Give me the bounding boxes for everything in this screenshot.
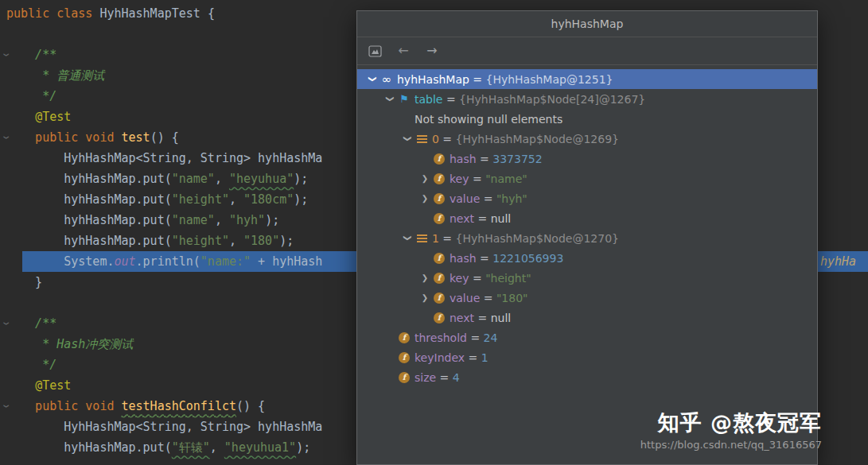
tree-row[interactable]: fhash = 1221056993: [357, 248, 817, 268]
code-token: HyhHashMapTest: [99, 6, 207, 21]
tree-row-text: next = null: [450, 312, 511, 324]
field-icon: f: [397, 332, 411, 343]
tree-row-text: hyhHashMap = {HyhHashMap@1251}: [397, 73, 613, 86]
code-token: public void: [6, 399, 122, 413]
field-icon: f: [432, 193, 446, 204]
tree-row-text: key = "name": [450, 172, 527, 185]
code-token: "height": [172, 234, 229, 248]
tree-row[interactable]: ❯fvalue = "180": [357, 288, 817, 308]
tree-row[interactable]: fhash = 3373752: [357, 149, 817, 169]
watermark: 知乎 @熬夜冠军: [658, 409, 822, 437]
array-icon: [415, 234, 429, 242]
code-token: "轩辕": [172, 440, 210, 455]
code-token: +: [251, 254, 272, 269]
tree-row-text: size = 4: [415, 371, 460, 384]
chevron-down-icon[interactable]: ❯: [368, 72, 377, 87]
code-token: () {: [150, 130, 179, 145]
chevron-right-icon[interactable]: ❯: [418, 174, 432, 183]
tree-row[interactable]: fkeyIndex = 1: [357, 347, 817, 367]
code-token: "name:": [200, 254, 251, 269]
chevron-down-icon[interactable]: ❯: [403, 132, 412, 146]
code-token: */: [6, 89, 56, 103]
tree-row[interactable]: ❯∞hyhHashMap = {HyhHashMap@1251}: [357, 69, 817, 89]
tree-row[interactable]: ❯fkey = "name": [357, 169, 817, 188]
code-token: ,: [215, 172, 229, 186]
array-icon: [415, 135, 429, 143]
code-token: testHashConfilct: [122, 399, 237, 413]
code-token: "180cm": [243, 192, 294, 207]
code-token: "name": [172, 172, 215, 186]
tree-row[interactable]: fthreshold = 24: [357, 327, 817, 347]
tree-row-text: 0 = {HyhHashMap$Node@1269}: [432, 133, 619, 145]
tree-row[interactable]: Not showing null elements: [357, 109, 817, 129]
popup-titlebar[interactable]: hyhHashMap: [357, 11, 817, 37]
code-token: * 普通测试: [6, 68, 104, 83]
code-token: @Test: [35, 378, 71, 393]
code-token: System.: [6, 254, 114, 269]
code-token: out: [114, 254, 135, 269]
code-token: class: [56, 6, 99, 21]
tree-row[interactable]: ❯0 = {HyhHashMap$Node@1269}: [357, 129, 817, 149]
watch-icon: ∞: [380, 72, 394, 87]
tree-row-text: Not showing null elements: [415, 113, 562, 126]
tree-row[interactable]: ❯fkey = "height": [357, 268, 817, 288]
tree-row-text: value = "hyh": [450, 192, 527, 205]
fold-chevron-icon[interactable]: ❯: [0, 401, 16, 411]
chevron-down-icon[interactable]: ❯: [403, 231, 412, 246]
tree-row[interactable]: fnext = null: [357, 308, 817, 327]
code-token: hyhHashMap.put(: [6, 234, 172, 248]
fold-chevron-icon[interactable]: ❯: [0, 50, 16, 60]
code-token: HyhHashMap<String, String> hyhHashMa: [6, 151, 322, 165]
tree-row[interactable]: fnext = null: [357, 208, 817, 228]
field-icon: f: [432, 153, 446, 165]
code-token: public: [6, 6, 56, 21]
code-token: "name": [172, 213, 215, 227]
popup-toolbar: ← →: [357, 37, 817, 65]
code-token: */: [6, 358, 56, 372]
chevron-right-icon[interactable]: ❯: [418, 293, 432, 302]
tree-row-text: value = "180": [450, 292, 528, 304]
tree-row-text: threshold = 24: [415, 331, 497, 344]
tree-row[interactable]: ❯1 = {HyhHashMap$Node@1270}: [357, 228, 817, 248]
code-token: hyhHashMap.put(: [6, 192, 172, 207]
field-icon: f: [432, 312, 446, 324]
code-token: {: [208, 6, 215, 21]
tree-row-text: key = "height": [450, 272, 531, 285]
code-token: @Test: [35, 110, 71, 124]
forward-icon[interactable]: →: [424, 43, 440, 59]
code-token: );: [294, 192, 308, 207]
code-token: "180": [243, 234, 279, 248]
code-token: * Hash冲突测试: [6, 337, 133, 351]
inline-debug-hint: hyhHa: [820, 251, 856, 272]
fold-chevron-icon[interactable]: ❯: [0, 319, 16, 328]
code-token: ,: [215, 213, 229, 227]
code-token: test: [122, 130, 150, 145]
code-token: hyhHashMap.put(: [6, 213, 172, 227]
debugger-popup: hyhHashMap ← → ❯∞hyhHashMap = {HyhHashMa…: [356, 10, 818, 465]
tree-row-text: keyIndex = 1: [415, 351, 488, 364]
tree-row-text: hash = 1221056993: [450, 252, 563, 265]
code-token: "height": [172, 192, 229, 207]
code-token: );: [294, 172, 308, 186]
code-token: "heyuhua1": [224, 440, 296, 455]
code-token: public void: [6, 130, 122, 145]
chevron-down-icon[interactable]: ❯: [386, 92, 395, 107]
chevron-right-icon[interactable]: ❯: [418, 273, 432, 282]
code-token: );: [296, 440, 310, 455]
inspect-icon[interactable]: [367, 43, 383, 59]
code-token: [6, 378, 35, 393]
back-icon[interactable]: ←: [395, 43, 411, 59]
tree-row-text: hash = 3373752: [450, 153, 543, 165]
tree-row[interactable]: ❯fvalue = "hyh": [357, 188, 817, 208]
field-icon: f: [432, 173, 446, 184]
fold-chevron-icon[interactable]: ❯: [0, 133, 16, 142]
field-icon: f: [432, 253, 446, 264]
flag-icon: ⚑: [397, 93, 411, 105]
tree-row-text: table = {HyhHashMap$Node[24]@1267}: [415, 93, 645, 106]
tree-row[interactable]: fsize = 4: [357, 367, 817, 387]
code-token: hyhHashMap.put(: [6, 440, 172, 455]
tree-row[interactable]: ❯⚑table = {HyhHashMap$Node[24]@1267}: [357, 89, 817, 109]
code-token: () {: [236, 399, 265, 413]
chevron-right-icon[interactable]: ❯: [418, 194, 432, 203]
watermark-url: https://blog.csdn.net/qq_31616567: [640, 439, 822, 451]
